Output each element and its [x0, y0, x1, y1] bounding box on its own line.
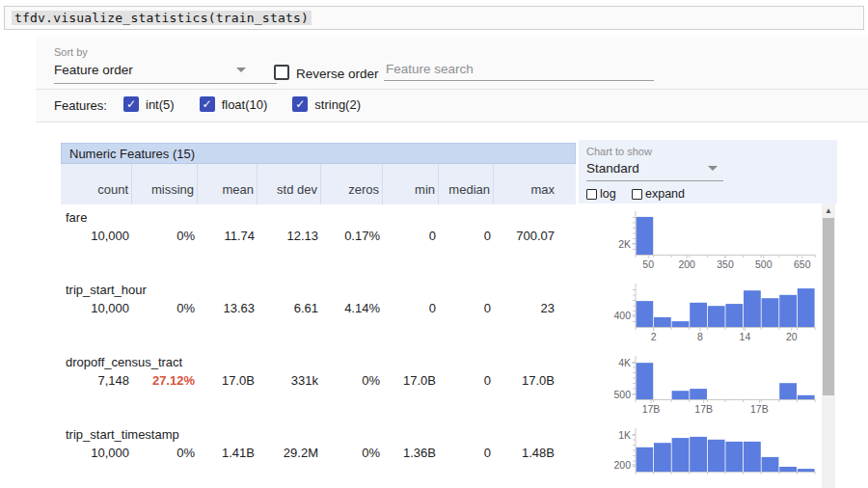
reverse-order-label: Reverse order	[296, 67, 379, 81]
stat-std-dev: 6.61	[258, 301, 321, 315]
scrollbar-thumb[interactable]	[823, 218, 834, 395]
histogram-dropoff_census_tract: 4K50017B17B17B	[590, 352, 817, 424]
stat-mean: 13.63	[198, 301, 258, 315]
stat-zeros: 4.14%	[321, 301, 383, 315]
svg-text:200: 200	[678, 258, 695, 270]
column-header-median: median	[439, 164, 494, 204]
stat-zeros: 0.17%	[321, 229, 383, 243]
stat-zeros: 0%	[321, 373, 383, 388]
svg-text:2: 2	[651, 331, 657, 342]
tfdv-statistics-widget: tfdv.visualize_statistics(train_stats) S…	[0, 0, 868, 488]
chart-type-dropdown[interactable]: Standard	[586, 159, 723, 182]
features-label: Features:	[54, 98, 107, 113]
feature-row-dropoff_census_tract: dropoff_census_tract7,14827.12%17.0B331k…	[61, 352, 576, 424]
stat-median: 0	[439, 373, 494, 388]
stat-mean: 17.0B	[198, 373, 258, 388]
svg-text:20: 20	[786, 331, 798, 342]
feature-row-fare: fare10,0000%11.7412.130.17%00700.07	[61, 207, 576, 280]
column-header-count: count	[67, 164, 132, 204]
svg-text:8: 8	[697, 331, 703, 342]
svg-text:14: 14	[740, 331, 751, 342]
feature-type-filters: ✓int(5)✓float(10)✓string(2)	[123, 96, 361, 112]
histogram-fare: 2K50200350500650	[590, 207, 817, 280]
feature-filters-section: Features: ✓int(5)✓float(10)✓string(2)	[36, 90, 868, 122]
code-cell[interactable]: tfdv.visualize_statistics(train_stats)	[4, 6, 864, 30]
svg-text:650: 650	[794, 258, 811, 270]
checkbox-icon[interactable]: ✓	[292, 96, 308, 112]
svg-text:500: 500	[755, 258, 773, 270]
stat-max: 23	[494, 301, 557, 315]
code-cell-text: tfdv.visualize_statistics(train_stats)	[12, 11, 312, 25]
stats-column-headers: countmissingmeanstd devzerosminmedianmax	[61, 164, 576, 204]
stat-missing: 0%	[132, 446, 198, 460]
feature-search-input[interactable]	[384, 58, 654, 81]
stat-max: 17.0B	[494, 373, 557, 388]
column-header-mean: mean	[198, 164, 258, 204]
numeric-features-header: Numeric Features (15)	[61, 143, 576, 164]
stat-std-dev: 29.2M	[258, 446, 321, 460]
type-filter-label: int(5)	[146, 97, 175, 112]
type-filter-int[interactable]: ✓int(5)	[123, 96, 175, 112]
chart-to-show-panel: Chart to show Standard log expand	[579, 140, 837, 203]
feature-name: trip_start_timestamp	[61, 424, 576, 442]
svg-text:50: 50	[642, 258, 654, 270]
column-header-min: min	[383, 164, 439, 204]
feature-row-trip_start_timestamp: trip_start_timestamp10,0000%1.41B29.2M0%…	[61, 424, 576, 488]
type-filter-label: string(2)	[314, 97, 361, 112]
stat-std-dev: 331k	[258, 373, 321, 388]
sort-by-value: Feature order	[54, 63, 133, 77]
type-filter-float[interactable]: ✓float(10)	[200, 96, 268, 112]
stat-mean: 1.41B	[198, 446, 258, 460]
svg-text:17B: 17B	[642, 403, 661, 415]
expand-label: expand	[645, 187, 685, 201]
column-header-zeros: zeros	[321, 164, 383, 204]
svg-text:17B: 17B	[694, 403, 713, 415]
stat-max: 1.48B	[494, 446, 557, 460]
sort-controls-section: Sort by Feature order Reverse order	[36, 37, 868, 90]
column-header-missing: missing	[132, 164, 198, 204]
sort-by-label: Sort by	[54, 46, 88, 58]
chart-type-value: Standard	[586, 161, 639, 176]
stat-min: 17.0B	[383, 373, 439, 388]
numeric-features-title: Numeric Features (15)	[69, 147, 195, 161]
svg-text:17B: 17B	[750, 403, 769, 415]
svg-text:2K: 2K	[618, 238, 631, 250]
svg-text:500: 500	[613, 389, 631, 400]
log-checkbox[interactable]	[586, 189, 597, 200]
histogram-trip_start_timestamp: 1K200	[590, 424, 817, 488]
stat-median: 0	[439, 301, 494, 315]
feature-name: trip_start_hour	[61, 280, 576, 297]
checkbox-icon[interactable]: ✓	[200, 96, 215, 112]
sort-by-underline	[54, 83, 277, 84]
stat-count: 10,000	[67, 301, 132, 315]
histogram-trip_start_hour: 400281420	[590, 280, 817, 352]
log-label: log	[600, 187, 616, 201]
stat-min: 1.36B	[383, 446, 439, 460]
stat-missing: 0%	[132, 301, 198, 315]
feature-row-trip_start_hour: trip_start_hour10,0000%13.636.614.14%002…	[61, 280, 576, 352]
checkbox-icon[interactable]: ✓	[123, 96, 139, 112]
stat-count: 10,000	[67, 446, 132, 460]
stat-mean: 11.74	[198, 229, 258, 243]
svg-text:350: 350	[717, 258, 734, 270]
stat-max: 700.07	[494, 229, 557, 243]
type-filter-string[interactable]: ✓string(2)	[292, 96, 361, 112]
type-filter-label: float(10)	[222, 97, 268, 112]
reverse-order-checkbox[interactable]	[274, 65, 289, 80]
chart-to-show-label: Chart to show	[586, 146, 652, 157]
stat-count: 10,000	[67, 229, 132, 243]
feature-name: dropoff_census_tract	[61, 352, 576, 369]
scrollbar-up-icon[interactable]: ▲	[822, 203, 835, 217]
column-header-max: max	[494, 164, 557, 204]
expand-checkbox[interactable]	[632, 189, 642, 200]
stat-std-dev: 12.13	[258, 229, 321, 243]
stat-median: 0	[439, 446, 494, 460]
sort-by-dropdown[interactable]: Feature order	[54, 61, 277, 86]
column-header-std-dev: std dev	[258, 164, 321, 204]
chevron-down-icon	[236, 68, 246, 72]
svg-text:1K: 1K	[618, 429, 631, 441]
stat-missing: 0%	[132, 229, 198, 243]
stat-min: 0	[383, 301, 439, 315]
stat-zeros: 0%	[321, 446, 383, 460]
feature-name: fare	[61, 207, 576, 225]
